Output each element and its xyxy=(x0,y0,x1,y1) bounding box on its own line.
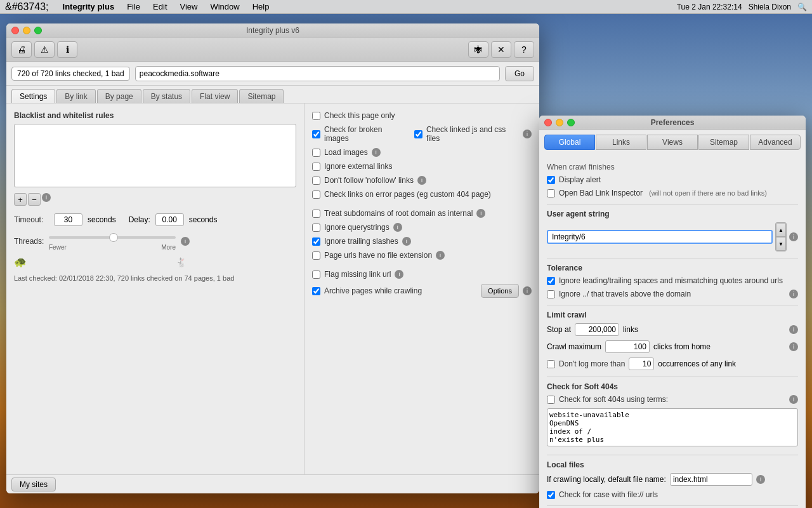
no-follow-info-icon[interactable]: i xyxy=(417,176,426,185)
apple-logo-icon[interactable]: &#63743; xyxy=(5,1,49,13)
prefs-close-button[interactable] xyxy=(544,119,552,126)
stop-at-input[interactable] xyxy=(575,323,619,336)
edit-menu-item[interactable]: Edit xyxy=(150,2,169,11)
check-error-pages-checkbox[interactable] xyxy=(312,190,320,199)
app-menu-item[interactable]: Integrity plus xyxy=(60,2,117,11)
tab-flat-view[interactable]: Flat view xyxy=(192,89,238,103)
check-broken-images-row: Check for broken images Check linked js … xyxy=(312,125,532,143)
ignore-trailing-slashes-checkbox[interactable] xyxy=(312,237,320,246)
archive-pages-info-icon[interactable]: i xyxy=(523,286,532,295)
delay-label: Delay: xyxy=(129,215,150,224)
go-button[interactable]: Go xyxy=(505,66,534,81)
ignore-querystrings-row: Ignore querystrings i xyxy=(312,223,532,232)
ignore-above-checkbox[interactable] xyxy=(547,290,555,298)
ignore-trailing-slashes-info-icon[interactable]: i xyxy=(402,237,411,246)
prefs-tab-links[interactable]: Links xyxy=(596,135,646,150)
local-file-info-icon[interactable]: i xyxy=(756,475,765,484)
prefs-tab-sitemap[interactable]: Sitemap xyxy=(698,135,749,150)
window-maximize-button[interactable] xyxy=(34,27,42,34)
user-agent-row: ▲ ▼ i xyxy=(547,222,798,251)
window-close-button[interactable] xyxy=(11,27,19,34)
user-agent-stepper-up[interactable]: ▲ xyxy=(776,223,786,237)
page-urls-no-ext-row: Page urls have no file extension i xyxy=(312,251,532,260)
tab-by-page[interactable]: By page xyxy=(97,89,141,103)
ignore-querystrings-info-icon[interactable]: i xyxy=(393,223,402,232)
remove-rule-button[interactable]: − xyxy=(28,193,41,206)
archive-pages-checkbox[interactable] xyxy=(312,287,320,295)
prefs-tab-global[interactable]: Global xyxy=(544,135,595,150)
check-soft404-checkbox[interactable] xyxy=(547,396,555,404)
stop-at-info-icon[interactable]: i xyxy=(789,325,798,334)
threads-info-icon[interactable]: i xyxy=(181,237,190,246)
tab-sitemap[interactable]: Sitemap xyxy=(239,89,284,103)
url-input[interactable] xyxy=(135,66,500,81)
tab-settings[interactable]: Settings xyxy=(11,89,55,103)
rabbit-icon: 🐇 xyxy=(176,257,187,267)
dont-log-input[interactable] xyxy=(629,358,654,370)
stop-toolbar-button[interactable]: ✕ xyxy=(491,41,511,58)
help-menu-item[interactable]: Help xyxy=(250,2,272,11)
file-menu-item[interactable]: File xyxy=(124,2,143,11)
ignore-external-checkbox[interactable] xyxy=(312,163,320,171)
view-menu-item[interactable]: View xyxy=(178,2,200,11)
flag-missing-url-info-icon[interactable]: i xyxy=(395,270,403,279)
blacklist-textarea[interactable] xyxy=(14,124,296,187)
tab-by-status[interactable]: By status xyxy=(143,89,190,103)
user-agent-info-icon[interactable]: i xyxy=(789,232,798,241)
my-sites-button[interactable]: My sites xyxy=(11,478,56,491)
help-toolbar-button[interactable]: ? xyxy=(514,41,534,58)
page-urls-no-ext-checkbox[interactable] xyxy=(312,251,320,260)
prefs-tab-advanced[interactable]: Advanced xyxy=(750,135,801,150)
search-icon[interactable]: 🔍 xyxy=(797,3,807,11)
ignore-external-row: Ignore external links xyxy=(312,162,532,171)
warning-toolbar-button[interactable]: ⚠ xyxy=(34,41,55,58)
load-images-checkbox[interactable] xyxy=(312,149,320,157)
ignore-querystrings-checkbox[interactable] xyxy=(312,224,320,232)
window-minimize-button[interactable] xyxy=(23,27,30,34)
treat-subdomains-checkbox[interactable] xyxy=(312,210,320,218)
dont-log-checkbox[interactable] xyxy=(547,360,555,368)
check-broken-images-checkbox[interactable] xyxy=(312,130,320,138)
print-toolbar-button[interactable]: 🖨 xyxy=(11,41,32,58)
archive-options-button[interactable]: Options xyxy=(481,284,519,298)
delay-input[interactable] xyxy=(155,213,184,226)
timeout-input[interactable] xyxy=(54,213,82,226)
archive-pages-row: Archive pages while crawling Options i xyxy=(312,284,532,298)
flag-missing-url-checkbox[interactable] xyxy=(312,271,320,279)
open-bad-link-checkbox[interactable] xyxy=(547,189,555,197)
prefs-tab-views[interactable]: Views xyxy=(647,135,698,150)
ignore-above-info-icon[interactable]: i xyxy=(789,290,798,298)
display-alert-checkbox[interactable] xyxy=(547,176,555,184)
timeout-unit: seconds xyxy=(88,215,116,224)
prefs-minimize-button[interactable] xyxy=(556,119,563,126)
threads-slider-thumb[interactable] xyxy=(109,233,118,242)
local-file-label: If crawling locally, default file name: xyxy=(547,475,666,484)
page-urls-no-ext-info-icon[interactable]: i xyxy=(436,251,445,260)
no-follow-checkbox[interactable] xyxy=(312,177,320,185)
crawl-max-input[interactable] xyxy=(605,340,650,353)
user-agent-input[interactable] xyxy=(547,230,773,244)
blacklist-info-icon[interactable]: i xyxy=(42,193,51,202)
treat-subdomains-info-icon[interactable]: i xyxy=(476,209,485,218)
add-rule-button[interactable]: + xyxy=(14,193,27,206)
window-menu-item[interactable]: Window xyxy=(207,2,242,11)
soft404-terms-textarea[interactable]: website-unavailable OpenDNS index of / n… xyxy=(547,408,798,446)
load-images-info-icon[interactable]: i xyxy=(372,148,381,157)
crawl-max-info-icon[interactable]: i xyxy=(789,342,798,351)
load-images-row: Load images i xyxy=(312,148,532,157)
prefs-maximize-button[interactable] xyxy=(567,119,575,126)
spider-toolbar-button[interactable]: 🕷 xyxy=(468,41,488,58)
check-case-checkbox[interactable] xyxy=(547,491,555,499)
info-toolbar-button[interactable]: ℹ xyxy=(57,41,77,58)
ignore-spaces-checkbox[interactable] xyxy=(547,277,555,285)
user-agent-stepper-down[interactable]: ▼ xyxy=(776,237,786,251)
soft404-info-icon[interactable]: i xyxy=(789,395,798,404)
check-soft404-row: Check for soft 404s using terms: i xyxy=(547,395,798,404)
local-file-input[interactable] xyxy=(670,473,752,486)
local-files-section-header: Local files xyxy=(547,455,798,469)
check-linked-js-info-icon[interactable]: i xyxy=(523,130,532,138)
main-toolbar: 🖨 ⚠ ℹ 🕷 ✕ ? xyxy=(6,37,539,62)
check-this-page-checkbox[interactable] xyxy=(312,112,320,120)
tab-by-link[interactable]: By link xyxy=(56,89,95,103)
check-linked-js-checkbox[interactable] xyxy=(414,130,422,138)
